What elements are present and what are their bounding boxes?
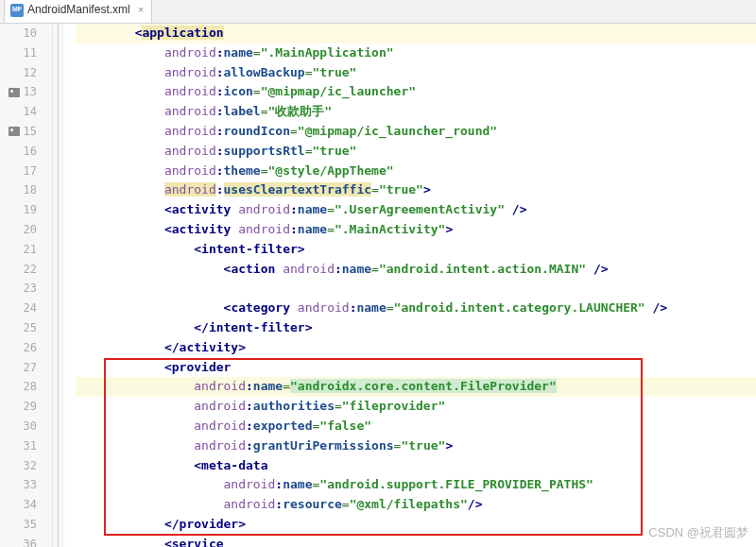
gutter-line: 19 xyxy=(0,200,52,220)
fold-column xyxy=(53,24,64,547)
code-line[interactable]: android:authorities="fileprovider" xyxy=(76,397,756,417)
line-gutter: 1011121314151617181920212223242526272829… xyxy=(0,24,53,547)
gutter-line: 20 xyxy=(0,220,52,240)
gutter-line: 25 xyxy=(0,318,52,338)
code-line[interactable]: android:exported="false" xyxy=(76,417,756,436)
code-line[interactable]: <activity android:name=".MainActivity"> xyxy=(76,220,756,240)
code-content[interactable]: <application android:name=".MainApplicat… xyxy=(64,24,756,547)
gutter-line: 26 xyxy=(0,338,52,358)
code-line[interactable]: android:label="收款助手" xyxy=(76,102,756,122)
gutter-image-icon xyxy=(9,88,20,97)
close-icon[interactable]: × xyxy=(138,0,144,20)
gutter-line: 30 xyxy=(0,417,52,436)
gutter-image-icon xyxy=(9,127,20,136)
manifest-file-icon: MF xyxy=(10,4,24,17)
tab-bar: MF AndroidManifest.xml × xyxy=(0,0,756,24)
code-line[interactable]: android:name="android.support.FILE_PROVI… xyxy=(76,475,756,495)
code-line[interactable]: <provider xyxy=(76,358,756,378)
gutter-line: 11 xyxy=(0,43,52,63)
gutter-line: 16 xyxy=(0,142,52,162)
gutter-line: 14 xyxy=(0,102,52,122)
gutter-line: 17 xyxy=(0,162,52,181)
watermark: CSDN @祝君圆梦 xyxy=(648,523,748,543)
code-line[interactable]: android:icon="@mipmap/ic_launcher" xyxy=(76,82,756,102)
code-line[interactable]: <meta-data xyxy=(76,456,756,476)
gutter-line: 13 xyxy=(0,82,52,102)
gutter-line: 32 xyxy=(0,456,52,476)
file-tab[interactable]: MF AndroidManifest.xml × xyxy=(4,0,152,23)
gutter-line: 18 xyxy=(0,180,52,200)
gutter-line: 33 xyxy=(0,475,52,495)
code-line[interactable]: android:usesCleartextTraffic="true"> xyxy=(76,180,756,200)
code-line[interactable]: android:theme="@style/AppTheme" xyxy=(76,162,756,181)
code-line[interactable]: <activity android:name=".UserAgreementAc… xyxy=(76,200,756,220)
code-line[interactable] xyxy=(76,279,756,299)
gutter-line: 15 xyxy=(0,122,52,142)
code-line[interactable]: </intent-filter> xyxy=(76,318,756,338)
gutter-line: 12 xyxy=(0,63,52,83)
code-line[interactable]: <action android:name="android.intent.act… xyxy=(76,260,756,280)
code-line[interactable]: <intent-filter> xyxy=(76,240,756,260)
code-line[interactable]: </activity> xyxy=(76,338,756,358)
tab-filename: AndroidManifest.xml xyxy=(27,0,130,20)
gutter-line: 21 xyxy=(0,240,52,260)
gutter-line: 29 xyxy=(0,397,52,417)
code-line[interactable]: android:name=".MainApplication" xyxy=(76,43,756,63)
gutter-line: 31 xyxy=(0,436,52,456)
gutter-line: 28 xyxy=(0,377,52,397)
gutter-line: 27 xyxy=(0,358,52,378)
code-line[interactable]: android:resource="@xml/filepaths"/> xyxy=(76,495,756,515)
gutter-line: 23 xyxy=(0,279,52,299)
code-line[interactable]: <application xyxy=(76,24,756,43)
gutter-line: 34 xyxy=(0,495,52,515)
gutter-line: 35 xyxy=(0,515,52,535)
code-line[interactable]: android:roundIcon="@mipmap/ic_launcher_r… xyxy=(76,122,756,142)
editor-area: 1011121314151617181920212223242526272829… xyxy=(0,24,756,547)
gutter-line: 36 xyxy=(0,535,52,547)
code-line[interactable]: android:allowBackup="true" xyxy=(76,63,756,83)
code-line[interactable]: android:name="androidx.core.content.File… xyxy=(76,377,756,397)
gutter-line: 10 xyxy=(0,24,52,43)
gutter-line: 24 xyxy=(0,299,52,318)
code-line[interactable]: android:supportsRtl="true" xyxy=(76,142,756,162)
code-line[interactable]: android:grantUriPermissions="true"> xyxy=(76,436,756,456)
gutter-line: 22 xyxy=(0,260,52,280)
code-line[interactable]: <category android:name="android.intent.c… xyxy=(76,299,756,318)
